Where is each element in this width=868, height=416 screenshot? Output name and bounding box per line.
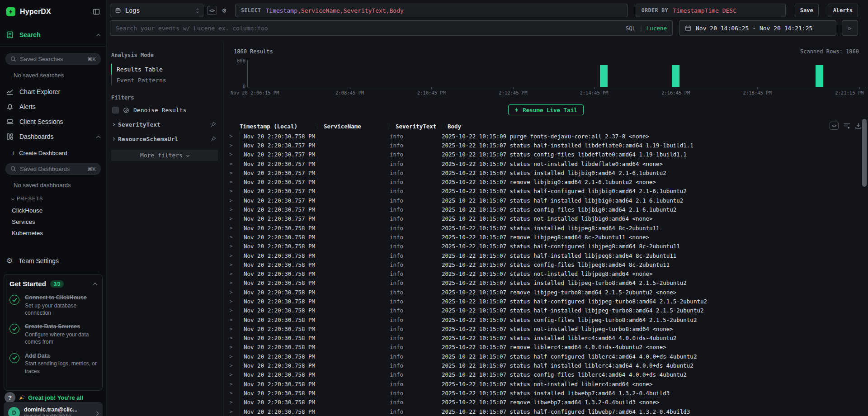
filter-group-resourceschemaurl[interactable]: ResourceSchemaUrl xyxy=(111,136,218,142)
chevron-up-icon[interactable] xyxy=(97,133,100,140)
filter-group-severitytext[interactable]: SeverityText xyxy=(111,121,218,128)
date-range-picker[interactable]: Nov 20 14:06:25 - Nov 20 14:21:25 xyxy=(679,20,836,36)
row-expand-chevron-icon[interactable]: > xyxy=(230,298,240,304)
table-row[interactable]: >Nov 20 2:20:30.758 PMinfo2025-10-22 10:… xyxy=(224,324,868,333)
table-row[interactable]: >Nov 20 2:20:30.758 PMinfo2025-10-22 10:… xyxy=(224,132,868,141)
row-expand-chevron-icon[interactable]: > xyxy=(230,133,240,139)
row-expand-chevron-icon[interactable]: > xyxy=(230,344,240,350)
row-expand-chevron-icon[interactable]: > xyxy=(230,271,240,277)
saved-searches-input[interactable]: Saved Searches ⌘K xyxy=(5,53,101,65)
row-expand-chevron-icon[interactable]: > xyxy=(230,188,240,194)
get-started-item[interactable]: Add DataStart sending logs, metrics, or … xyxy=(9,352,97,375)
table-row[interactable]: >Nov 20 2:20:30.758 PMinfo2025-10-22 10:… xyxy=(224,232,868,241)
sidebar-collapse-icon[interactable] xyxy=(93,8,100,15)
resume-live-tail-button[interactable]: Resume Live Tail xyxy=(508,104,583,115)
row-expand-chevron-icon[interactable]: > xyxy=(230,390,240,396)
user-menu[interactable]: D dominic.tran@clic... dominic.tran@clic… xyxy=(4,402,103,416)
results-histogram[interactable]: 800 0 Nov 20 2:06:15 PM2:08:45 PM2:10:45… xyxy=(230,56,867,99)
denoise-toggle[interactable]: Denoise Results xyxy=(112,107,218,113)
row-expand-chevron-icon[interactable]: > xyxy=(230,363,240,369)
table-row[interactable]: >Nov 20 2:20:30.758 PMinfo2025-10-22 10:… xyxy=(224,260,868,269)
table-row[interactable]: >Nov 20 2:20:30.758 PMinfo2025-10-22 10:… xyxy=(224,361,868,370)
row-expand-chevron-icon[interactable]: > xyxy=(230,198,240,203)
row-expand-chevron-icon[interactable]: > xyxy=(230,262,240,268)
pin-icon[interactable] xyxy=(210,136,216,142)
table-row[interactable]: >Nov 20 2:20:30.758 PMinfo2025-10-22 10:… xyxy=(224,379,868,388)
column-resize-handle[interactable] xyxy=(390,123,390,129)
sidebar-preset-item[interactable]: Kubernetes xyxy=(0,227,106,239)
sidebar-preset-item[interactable]: ClickHouse xyxy=(0,205,106,216)
table-row[interactable]: >Nov 20 2:20:30.758 PMinfo2025-10-22 10:… xyxy=(224,288,868,297)
table-row[interactable]: >Nov 20 2:20:30.758 PMinfo2025-10-22 10:… xyxy=(224,223,868,232)
save-button[interactable]: Save xyxy=(795,4,819,17)
table-row[interactable]: >Nov 20 2:20:30.758 PMinfo2025-10-22 10:… xyxy=(224,370,868,379)
mode-sql[interactable]: SQL xyxy=(626,25,636,32)
column-resize-handle[interactable] xyxy=(442,123,442,129)
row-expand-chevron-icon[interactable]: > xyxy=(230,234,240,240)
row-expand-chevron-icon[interactable]: > xyxy=(230,409,240,415)
more-filters-button[interactable]: More filters xyxy=(111,150,218,161)
histogram-bar[interactable] xyxy=(600,65,608,87)
scrollbar-thumb[interactable] xyxy=(862,119,867,187)
source-select[interactable]: Logs xyxy=(110,4,203,17)
table-row[interactable]: >Nov 20 2:20:30.758 PMinfo2025-10-22 10:… xyxy=(224,279,868,288)
mode-lucene[interactable]: Lucene xyxy=(646,25,667,32)
sidebar-preset-item[interactable]: Services xyxy=(0,216,106,227)
select-columns-input[interactable]: SELECT Timestamp,ServiceName,SeverityTex… xyxy=(235,4,628,17)
row-expand-chevron-icon[interactable]: > xyxy=(230,289,240,295)
table-row[interactable]: >Nov 20 2:20:30.758 PMinfo2025-10-22 10:… xyxy=(224,388,868,397)
source-settings-gear-icon[interactable]: ⚙ xyxy=(219,5,229,15)
sidebar-item-team-settings[interactable]: ⚙ Team Settings xyxy=(0,253,106,268)
row-expand-chevron-icon[interactable]: > xyxy=(230,243,240,249)
row-expand-chevron-icon[interactable]: > xyxy=(230,170,240,176)
table-row[interactable]: >Nov 20 2:20:30.758 PMinfo2025-10-22 10:… xyxy=(224,352,868,361)
row-expand-chevron-icon[interactable]: > xyxy=(230,317,240,323)
row-expand-chevron-icon[interactable]: > xyxy=(230,161,240,167)
get-started-item[interactable]: Create Data SourcesConfigure where your … xyxy=(9,323,97,345)
run-query-button[interactable]: ▷ xyxy=(842,20,858,36)
row-expand-chevron-icon[interactable]: > xyxy=(230,399,240,405)
table-row[interactable]: >Nov 20 2:20:30.758 PMinfo2025-10-22 10:… xyxy=(224,398,868,407)
column-header-timestamp[interactable]: Timestamp (Local) xyxy=(240,121,318,132)
table-row[interactable]: >Nov 20 2:20:30.758 PMinfo2025-10-22 10:… xyxy=(224,251,868,260)
row-expand-chevron-icon[interactable]: > xyxy=(230,335,240,341)
row-expand-chevron-icon[interactable]: > xyxy=(230,307,240,313)
code-icon[interactable]: <> xyxy=(830,122,839,130)
pin-icon[interactable] xyxy=(210,122,216,128)
table-row[interactable]: >Nov 20 2:20:30.758 PMinfo2025-10-22 10:… xyxy=(224,315,868,324)
column-resize-handle[interactable] xyxy=(318,123,318,129)
order-by-input[interactable]: ORDER BY TimestampTime DESC xyxy=(636,4,786,17)
chevron-up-icon[interactable] xyxy=(97,31,100,38)
column-header-servicename[interactable]: ServiceName xyxy=(318,121,390,132)
row-expand-chevron-icon[interactable]: > xyxy=(230,280,240,286)
row-expand-chevron-icon[interactable]: > xyxy=(230,216,240,222)
wrap-lines-icon[interactable] xyxy=(843,123,850,129)
table-row[interactable]: >Nov 20 2:20:30.758 PMinfo2025-10-22 10:… xyxy=(224,269,868,278)
row-expand-chevron-icon[interactable]: > xyxy=(230,142,240,148)
table-row[interactable]: >Nov 20 2:20:30.757 PMinfo2025-10-22 10:… xyxy=(224,187,868,196)
get-started-item[interactable]: Connect to ClickHouseSet up your databas… xyxy=(9,294,97,317)
alerts-button[interactable]: Alerts xyxy=(828,4,858,17)
search-input[interactable]: Search your events w/ Lucene ex. column:… xyxy=(110,20,673,36)
sidebar-item-alerts[interactable]: Alerts xyxy=(0,99,106,114)
histogram-bar[interactable] xyxy=(816,65,823,87)
create-dashboard-button[interactable]: + Create Dashboard xyxy=(12,149,106,156)
table-row[interactable]: >Nov 20 2:20:30.758 PMinfo2025-10-22 10:… xyxy=(224,343,868,352)
sidebar-item-chart-explorer[interactable]: Chart Explorer xyxy=(0,84,106,99)
row-expand-chevron-icon[interactable]: > xyxy=(230,354,240,359)
get-started-header[interactable]: Get Started 3/3 xyxy=(9,280,97,288)
column-header-body[interactable]: Body xyxy=(442,121,868,132)
row-expand-chevron-icon[interactable]: > xyxy=(230,179,240,185)
download-icon[interactable] xyxy=(855,123,862,129)
denoise-checkbox[interactable] xyxy=(112,107,119,113)
sidebar-item-search[interactable]: Search xyxy=(0,27,106,42)
row-expand-chevron-icon[interactable]: > xyxy=(230,207,240,213)
column-header-severitytext[interactable]: SeverityText xyxy=(390,121,442,132)
presets-header[interactable]: PRESETS xyxy=(12,196,106,201)
row-expand-chevron-icon[interactable]: > xyxy=(230,225,240,231)
sidebar-item-dashboards[interactable]: Dashboards xyxy=(0,129,106,144)
table-row[interactable]: >Nov 20 2:20:30.757 PMinfo2025-10-22 10:… xyxy=(224,150,868,159)
analysis-mode-event-patterns[interactable]: Event Patterns xyxy=(111,75,218,85)
table-row[interactable]: >Nov 20 2:20:30.757 PMinfo2025-10-22 10:… xyxy=(224,177,868,186)
table-row[interactable]: >Nov 20 2:20:30.758 PMinfo2025-10-22 10:… xyxy=(224,242,868,251)
